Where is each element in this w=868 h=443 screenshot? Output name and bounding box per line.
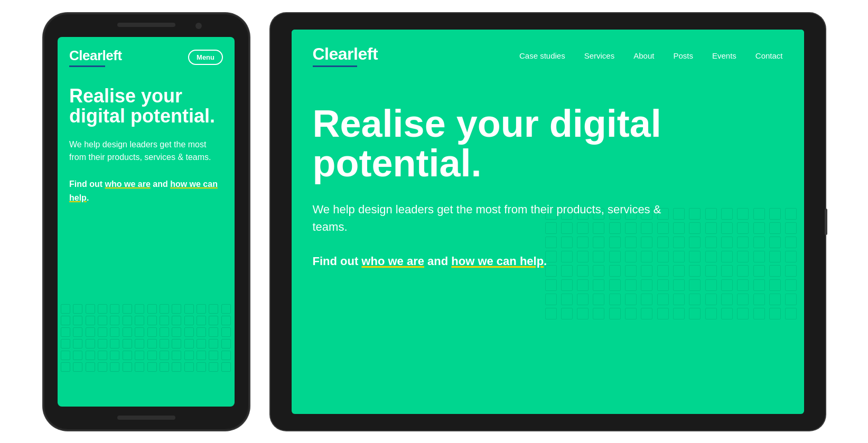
phone-cta: Find out who we are and how we can help. xyxy=(69,177,223,204)
phone-cta-middle: and xyxy=(151,180,170,188)
tablet-screen: Clearleft Case studies Services About Po… xyxy=(292,30,804,414)
phone-background-pattern xyxy=(58,301,235,407)
phone-cta-suffix: . xyxy=(87,193,89,202)
phone-headline: Realise your digital potential. xyxy=(69,86,223,127)
nav-about[interactable]: About xyxy=(633,51,654,60)
nav-contact[interactable]: Contact xyxy=(755,51,783,60)
tablet-logo-underline xyxy=(313,65,357,67)
tablet-side-button xyxy=(825,209,827,235)
phone-logo-underline xyxy=(69,65,105,67)
phone-device: Clearleft Menu Realise your digital pote… xyxy=(43,13,249,430)
nav-services[interactable]: Services xyxy=(584,51,615,60)
tablet-subtext: We help design leaders get the most from… xyxy=(313,201,672,235)
phone-who-we-are-link[interactable]: who we are xyxy=(105,180,151,188)
tablet-how-we-can-help-link[interactable]: how we can help xyxy=(451,255,544,268)
phone-camera xyxy=(195,23,202,29)
nav-events[interactable]: Events xyxy=(712,51,736,60)
phone-logo: Clearleft xyxy=(69,48,122,67)
phone-subtext: We help design leaders get the most from… xyxy=(69,138,223,164)
tablet-hero: Realise your digital potential. We help … xyxy=(292,78,804,268)
phone-hero: Realise your digital potential. We help … xyxy=(58,73,235,205)
tablet-cta-middle: and xyxy=(424,255,451,268)
phone-logo-text: Clearleft xyxy=(69,48,122,64)
tablet-cta: Find out who we are and how we can help. xyxy=(313,255,783,268)
tablet-who-we-are-link[interactable]: who we are xyxy=(361,255,424,268)
tablet-cta-prefix: Find out xyxy=(313,255,362,268)
phone-header: Clearleft Menu xyxy=(58,37,235,73)
phone-screen: Clearleft Menu Realise your digital pote… xyxy=(58,37,235,407)
tablet-device: Clearleft Case studies Services About Po… xyxy=(270,13,825,430)
tablet-header: Clearleft Case studies Services About Po… xyxy=(292,30,804,78)
tablet-logo: Clearleft xyxy=(313,44,378,67)
nav-posts[interactable]: Posts xyxy=(673,51,693,60)
tablet-cta-suffix: . xyxy=(544,255,547,268)
phone-menu-button[interactable]: Menu xyxy=(188,50,223,65)
tablet-headline: Realise your digital potential. xyxy=(313,104,735,184)
tablet-nav: Case studies Services About Posts Events… xyxy=(519,51,783,60)
tablet-logo-text: Clearleft xyxy=(313,44,378,64)
nav-case-studies[interactable]: Case studies xyxy=(519,51,565,60)
phone-cta-prefix: Find out xyxy=(69,180,105,188)
